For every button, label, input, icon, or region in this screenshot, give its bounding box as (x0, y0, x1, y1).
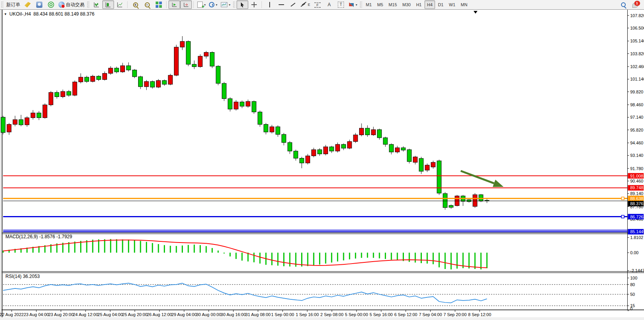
candle-body (228, 98, 232, 109)
candle-body (473, 195, 477, 206)
label-button[interactable]: T (335, 0, 347, 9)
line-price-badge-text: 85.144 (630, 229, 644, 234)
candle-body (407, 149, 411, 162)
toolbar-grip[interactable] (360, 2, 362, 8)
timeframe-button-M5[interactable]: M5 (375, 0, 385, 9)
zoom-out-button[interactable] (141, 0, 153, 9)
candle-body (270, 127, 274, 132)
chevron-down-icon: ▾ (216, 3, 217, 7)
time-axis-label: 25 Aug 20:00 (122, 312, 147, 317)
search-button[interactable] (618, 0, 629, 9)
horizontal-line-button[interactable] (275, 0, 287, 9)
toolbar-grip[interactable] (1, 2, 4, 8)
timeframe-button-M1[interactable]: M1 (363, 0, 374, 9)
zoom-in-button[interactable] (130, 0, 141, 9)
chart-candles-button[interactable] (102, 0, 114, 9)
tile-windows-button[interactable] (153, 0, 165, 9)
notifications-button[interactable]: 1 (629, 0, 641, 9)
cursor-button[interactable] (237, 0, 248, 9)
candle-body (43, 105, 47, 118)
periods-button[interactable]: ▾ (207, 0, 219, 9)
channel-icon (300, 2, 307, 8)
clock-icon (209, 2, 214, 7)
price-axis-tick-label: 106.500 (630, 26, 644, 30)
channel-letter: E (308, 3, 310, 7)
chevron-down-icon: ▾ (356, 3, 357, 7)
candle-body (323, 147, 328, 154)
candle-body (365, 128, 370, 135)
toolbar-separator (193, 1, 194, 8)
candle-body (139, 77, 143, 87)
new-order-button[interactable]: 新订单 (5, 0, 22, 9)
candle-body (377, 130, 382, 138)
new-chart-button[interactable]: ▾ (196, 0, 207, 9)
price-axis-tick-label: 94.460 (630, 141, 644, 145)
auto-scroll-button[interactable] (168, 0, 180, 9)
candle-body (276, 127, 280, 135)
fibonacci-icon: F (314, 2, 321, 8)
time-axis-label: 5 Sep 00:00 (345, 312, 368, 317)
time-axis-label: 24 Aug 12:00 (73, 312, 98, 317)
zoom-in-icon (133, 2, 138, 7)
channel-button[interactable]: E (299, 0, 312, 9)
timeframe-button-MN[interactable]: MN (458, 0, 470, 9)
signal-icon (48, 2, 54, 8)
fibonacci-button[interactable]: F (312, 0, 323, 9)
price-axis-tick-label: 101.140 (630, 77, 644, 81)
price-axis-tick-label: 89.140 (630, 191, 644, 196)
templates-button[interactable]: ▾ (219, 0, 232, 9)
symbol-menu-caret-icon[interactable]: ▼ (4, 12, 7, 16)
chart-bars-button[interactable] (91, 0, 102, 9)
toolbar-grip[interactable] (233, 2, 235, 8)
candle-body (192, 64, 197, 67)
chart-shift-button[interactable] (180, 0, 192, 9)
candle-body (437, 161, 441, 193)
macd-axis-tick-label: 1.8102 (630, 235, 644, 240)
timeframe-button-D1[interactable]: D1 (436, 0, 446, 9)
time-axis-label: 30 Aug 00:00 (196, 312, 221, 317)
candle-body (282, 134, 286, 142)
timeframe-bar: M1M5M15M30H1H4D1W1MN (363, 0, 470, 9)
auto-trading-button[interactable]: 自动交易 (57, 0, 86, 9)
chart-header: ▼ UKOil-,H4 88.434 88.601 88.149 88.376 (4, 11, 95, 17)
candle-body (305, 156, 310, 163)
price-axis-tick-label: 98.460 (630, 102, 644, 107)
candle-body (246, 102, 250, 106)
timeframe-button-W1[interactable]: W1 (447, 0, 458, 9)
trendline-button[interactable] (287, 0, 299, 9)
timeframe-button-M15[interactable]: M15 (386, 0, 399, 9)
candle-body (31, 113, 35, 118)
tile-windows-icon (156, 2, 162, 8)
time-axis-label: 26 Aug 12:00 (147, 312, 172, 317)
timeframe-button-H1[interactable]: H1 (414, 0, 424, 9)
candle-body (360, 128, 364, 135)
chart-canvas[interactable]: 1.81020.00-2.14471008050150107.820106.50… (0, 0, 644, 320)
line-handle[interactable] (621, 215, 624, 218)
crosshair-button[interactable] (248, 0, 260, 9)
text-button[interactable]: A (323, 0, 335, 9)
arrows-button[interactable]: ▾ (347, 0, 359, 9)
price-axis-tick-label: 99.820 (630, 90, 644, 94)
status-strip (0, 317, 644, 320)
price-tag-button[interactable] (22, 0, 33, 9)
candle-body (371, 130, 376, 135)
auto-scroll-icon (171, 2, 177, 8)
signals-button[interactable] (45, 0, 57, 9)
candle-body (102, 73, 107, 79)
chart-line-button[interactable] (114, 0, 126, 9)
rsi-axis-tick-label: 80 (630, 282, 635, 287)
candle-body (389, 144, 393, 152)
price-axis-tick-label: 97.140 (630, 115, 644, 120)
candle-body (252, 102, 256, 112)
timeframe-button-M30[interactable]: M30 (400, 0, 413, 9)
timeframe-button-H4[interactable]: H4 (425, 0, 435, 9)
candle-body (294, 151, 298, 158)
line-price-badge-text: 91.008 (630, 174, 644, 178)
toolbar-grip[interactable] (87, 2, 89, 8)
vertical-line-button[interactable] (264, 0, 275, 9)
candle-body (174, 47, 179, 75)
line-handle[interactable] (621, 197, 624, 200)
trendline-icon (290, 2, 296, 8)
candle-body (335, 144, 340, 151)
accounts-button[interactable] (33, 0, 45, 9)
